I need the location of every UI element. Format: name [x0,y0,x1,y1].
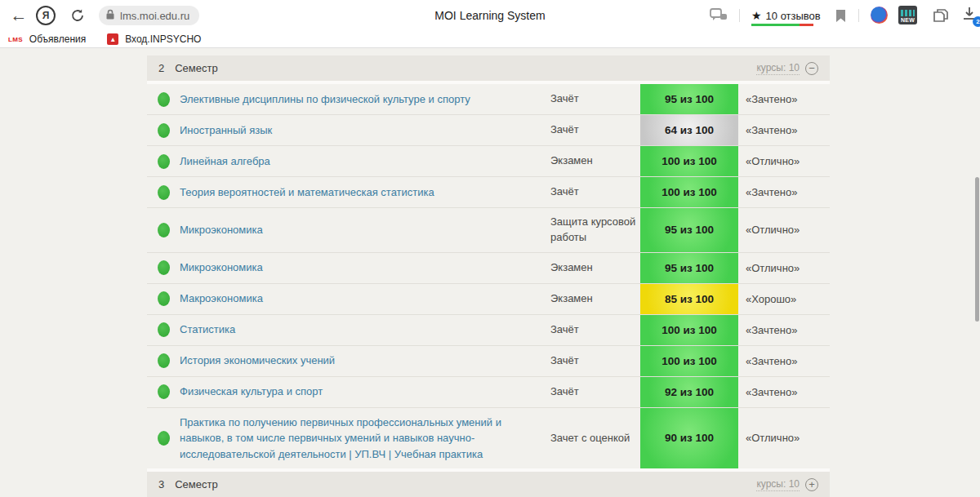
bookmark-label: Вход.INPSYCHO [125,33,201,45]
extension-new-icon[interactable]: NEW [898,6,917,24]
course-row: Иностранный язык Зачёт 64 из 100 «Зачтен… [147,115,830,146]
scrollbar-thumb[interactable] [975,177,979,322]
courses-count-link[interactable]: курсы: 10 [756,62,800,75]
course-name-cell: Микроэкономика [180,215,550,245]
grade-text: «Отлично» [738,432,830,444]
status-dot-cell [147,92,180,107]
assessment-type: Экзамен [550,147,640,175]
score-badge: 95 из 100 [640,208,738,252]
assessment-type: Экзамен [550,254,640,282]
assessment-type: Экзамен [550,285,640,313]
grade-text: «Зачтено» [738,355,830,367]
green-status-dot-icon [158,291,170,306]
tabs-icon[interactable] [931,7,951,24]
status-dot-cell [147,431,180,446]
course-name-cell: Микроэкономика [180,253,550,282]
course-name-cell: Иностранный язык [180,116,550,145]
grade-text: «Отлично» [738,262,830,274]
status-dot-cell [147,154,180,169]
course-row: Элективные дисциплины по физической куль… [147,84,830,115]
course-row: Линейная алгебра Экзамен 100 из 100 «Отл… [147,146,830,177]
green-status-dot-icon [158,322,170,337]
green-status-dot-icon [158,154,170,169]
back-icon[interactable]: ← [7,3,31,28]
status-dot-cell [147,384,180,399]
grade-text: «Зачтено» [738,186,830,198]
course-name-cell: История экономических учений [180,346,550,375]
course-link[interactable]: Элективные дисциплины по физической куль… [180,93,470,105]
course-name-cell: Линейная алгебра [180,147,550,176]
lms-grades-page: 2 Семестр курсы: 10 − Элективные дисципл… [0,48,980,497]
assessment-type: Зачёт [550,347,640,375]
green-status-dot-icon [158,353,170,368]
expand-section-icon[interactable]: + [805,478,818,491]
score-badge: 64 из 100 [640,115,738,145]
course-row: Практика по получению первичных професси… [147,408,830,469]
assessment-type: Зачёт [550,178,640,206]
browser-toolbar: ← Я lms.moi.edu.ru MOI Learning System ★… [0,0,980,31]
assessment-type: Зачет с оценкой [550,424,640,453]
score-badge: 85 из 100 [640,284,738,314]
bookmark-item-inpsycho[interactable]: ▲ Вход.INPSYCHO [107,33,201,45]
course-link[interactable]: Статистика [180,323,235,335]
course-link[interactable]: Иностранный язык [180,124,272,136]
green-status-dot-icon [158,223,170,237]
course-name-cell: Статистика [180,315,550,344]
download-icon[interactable]: 2 [960,5,980,26]
grade-text: «Зачтено» [738,93,830,105]
grade-text: «Зачтено» [738,124,830,136]
url-text[interactable]: lms.moi.edu.ru [120,10,189,22]
course-row: Макроэкономика Экзамен 85 из 100 «Хорошо… [147,284,830,315]
collapse-section-icon[interactable]: − [805,62,818,75]
grade-text: «Отлично» [738,155,830,167]
course-row: История экономических учений Зачёт 100 и… [147,346,830,377]
score-badge: 95 из 100 [640,84,738,114]
refresh-icon[interactable] [67,5,88,26]
course-link[interactable]: Физическая культура и спорт [180,385,323,397]
grade-text: «Зачтено» [738,386,830,398]
course-rows: Элективные дисциплины по физической куль… [147,84,830,468]
yandex-logo-icon[interactable]: Я [36,6,56,25]
assessment-type: Зачёт [550,316,640,344]
site-rating[interactable]: ★ 10 отзывов [751,7,821,24]
course-link[interactable]: Практика по получению первичных професси… [180,416,501,460]
green-status-dot-icon [158,260,170,275]
course-link[interactable]: История экономических учений [180,354,335,366]
address-bar[interactable]: lms.moi.edu.ru [99,6,199,25]
semester-3-header: 3 Семестр курсы: 10 + [147,472,830,497]
score-badge: 100 из 100 [640,315,738,345]
semester-2-header: 2 Семестр курсы: 10 − [147,55,830,81]
course-link[interactable]: Макроэкономика [180,292,263,304]
bookmark-icon[interactable] [831,7,849,24]
assessment-type: Зачёт [550,116,640,144]
courses-count-link[interactable]: курсы: 10 [756,478,800,491]
green-status-dot-icon [158,384,170,399]
status-dot-cell [147,353,180,368]
status-dot-cell [147,185,180,200]
course-link[interactable]: Линейная алгебра [180,155,270,167]
semester-label: Семестр [175,62,217,74]
score-badge: 90 из 100 [640,408,738,469]
bookmark-item-announcements[interactable]: LMS Объявления [8,33,86,45]
chat-bubbles-icon[interactable] [709,7,728,24]
green-status-dot-icon [158,123,170,138]
inpsycho-favicon: ▲ [107,33,118,45]
course-row: Микроэкономика Экзамен 95 из 100 «Отличн… [147,253,830,284]
extension-new-label: NEW [901,16,915,24]
score-badge: 100 из 100 [640,346,738,376]
status-dot-cell [147,260,180,275]
green-status-dot-icon [158,185,170,200]
extension-circle-icon[interactable] [871,7,888,24]
toolbar-divider [858,9,859,22]
score-badge: 95 из 100 [640,253,738,283]
course-link[interactable]: Микроэкономика [180,224,263,236]
grade-text: «Отлично» [738,224,830,236]
grade-text: «Хорошо» [738,293,830,305]
course-link[interactable]: Микроэкономика [180,261,263,273]
star-icon: ★ [751,9,762,22]
course-name-cell: Макроэкономика [180,284,550,313]
bookmark-label: Объявления [29,33,86,45]
toolbar-divider [739,9,740,22]
course-link[interactable]: Теория вероятностей и математическая ста… [180,186,434,198]
semester-label: Семестр [175,478,217,490]
